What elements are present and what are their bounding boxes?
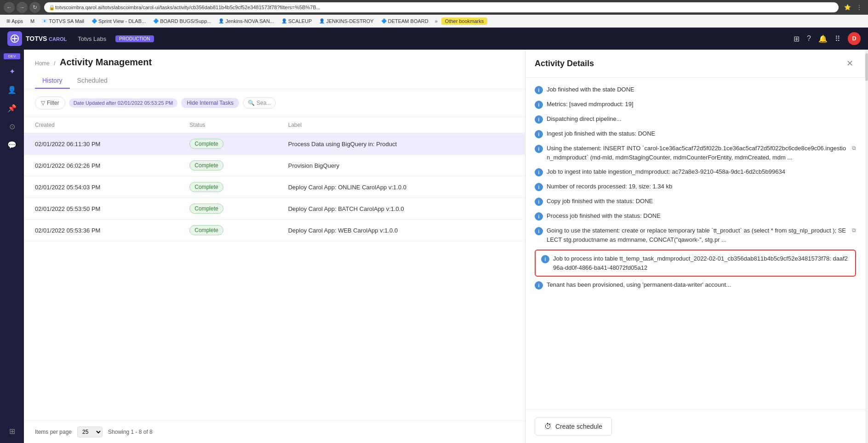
search-input-container[interactable]: 🔍 Sea... [243,97,276,108]
cell-created: 02/01/2022 05:53:50 PM [24,198,178,220]
bookmark-scaleup-label: SCALEUP [288,18,312,24]
col-label: Label [277,117,525,133]
org-name: Totvs Labs [78,35,106,42]
other-bookmarks[interactable]: Other bookmarks [441,17,487,25]
date-filter-text: Date Updated after 02/01/2022 05:53:25 P… [74,100,173,106]
sidebar-item-connections[interactable]: ✦ [4,63,20,80]
detail-item: i Process job finished with the status: … [535,211,856,221]
table-container: Created Status Label 02/01/2022 06:11:30… [24,117,525,420]
main-layout: DEV ✦ 👤 📌 ⊙ 💬 ⊞ Home / Activity Manageme… [0,50,868,443]
user-avatar[interactable]: D [848,32,861,45]
bookmark-jenkins-destroy-label: JENKINS-DESTROY [326,18,373,24]
tab-scheduled[interactable]: Scheduled [70,73,115,89]
sidebar-item-tasks[interactable]: 📌 [4,100,20,116]
create-schedule-button[interactable]: ⏱ Create schedule [535,417,612,436]
info-icon: i [535,281,543,290]
bookmark-sprint-label: Sprint View - DLAB... [98,18,146,24]
hide-internal-label: Hide Internal Tasks [187,100,234,106]
logo-text-area: TOTVS CAROL [26,35,67,42]
table-row[interactable]: 02/01/2022 05:53:36 PM Complete Deploy C… [24,220,525,241]
table-row[interactable]: 02/01/2022 06:11:30 PM Complete Process … [24,133,525,155]
app-shell: TOTVS CAROL Totvs Labs PRODUCTION ⊞ ? 🔔 … [0,28,868,443]
top-nav: TOTVS CAROL Totvs Labs PRODUCTION ⊞ ? 🔔 … [0,28,868,50]
bookmark-sprint-view[interactable]: 🔷 Sprint View - DLAB... [89,17,148,25]
forward-button[interactable]: → [17,2,28,13]
browser-actions: ⭐ ⋮ [842,2,864,12]
detail-text: Metrics: [saved mdmproduct: 19] [547,100,856,109]
apps-icon[interactable]: ⠿ [835,34,840,43]
close-details-button[interactable]: ✕ [843,57,856,70]
hide-internal-chip[interactable]: Hide Internal Tasks [181,98,239,108]
breadcrumb-home[interactable]: Home [35,60,50,67]
bookmark-totvs-mail[interactable]: 📧 TOTVS SA Mail [39,17,87,25]
board-bugs-icon: 🔷 [153,18,159,23]
tab-scheduled-label: Scheduled [77,77,108,84]
detail-text: Ingest job finished with the status: DON… [547,129,856,138]
cell-status: Complete [178,220,277,241]
bookmarks-bar: ⊞ Apps M 📧 TOTVS SA Mail 🔷 Sprint View -… [0,15,868,28]
back-button[interactable]: ← [4,2,15,13]
bookmark-apps[interactable]: ⊞ Apps [4,17,26,25]
copy-icon[interactable]: ⧉ [852,226,856,234]
cell-status: Complete [178,155,277,176]
cell-label: Process Data using BigQuery in: Product [277,133,525,155]
cell-created: 02/01/2022 06:11:30 PM [24,133,178,155]
url-bar[interactable]: 🔒 totvscoimbra.qarol.ai/totvslabscoimbra… [44,2,839,12]
notifications-icon[interactable]: 🔔 [818,34,828,43]
detail-text: Using the statement: INSERT INTO `carol-… [547,144,848,162]
info-icon: i [535,227,543,235]
info-icon: i [535,198,543,206]
col-created: Created [24,117,178,133]
sidebar-item-models[interactable]: 👤 [4,81,20,98]
jenkins-destroy-icon: 👤 [319,18,325,23]
date-filter-chip[interactable]: Date Updated after 02/01/2022 05:53:25 P… [69,98,178,108]
per-page-select[interactable]: 25 50 100 [77,426,103,437]
sprint-icon: 🔷 [91,18,97,23]
bookmark-scaleup[interactable]: 👤 SCALEUP [279,17,314,25]
page-header: Home / Activity Management History Sched… [24,50,525,89]
filter-button[interactable]: ▽ Filter [35,97,65,109]
detail-item: i Job to ingest into table ingestion_mdm… [535,167,856,176]
sidebar-item-chat[interactable]: 💬 [4,136,20,153]
main-panel: Home / Activity Management History Sched… [24,50,525,443]
deteam-icon: 🔷 [381,18,387,23]
bookmark-board-bugs[interactable]: 🔷 BOARD BUGS/Supp... [150,17,214,25]
detail-item: i Using the statement: INSERT INTO `caro… [535,144,856,162]
reload-button[interactable]: ↻ [29,2,40,13]
help-icon[interactable]: ? [807,34,811,43]
detail-text: Tenant has been provisioned, using 'perm… [547,280,856,290]
table-row[interactable]: 02/01/2022 05:54:03 PM Complete Deploy C… [24,176,525,198]
bookmarks-overflow[interactable]: » [433,18,440,24]
page-title: Activity Management [60,57,152,67]
logo: TOTVS CAROL [7,31,67,46]
tab-history[interactable]: History [35,73,70,89]
cell-created: 02/01/2022 05:53:36 PM [24,220,178,241]
col-status: Status [178,117,277,133]
bookmark-jenkins-destroy[interactable]: 👤 JENKINS-DESTROY [316,17,376,25]
sidebar-item-grid[interactable]: ⊞ [4,423,20,439]
info-icon: i [535,212,543,221]
table-row[interactable]: 02/01/2022 06:02:26 PM Complete Provisio… [24,155,525,176]
items-per-page-label: Items per page [35,429,72,435]
detail-item: i Ingest job finished with the status: D… [535,129,856,138]
browser-chrome: ← → ↻ 🔒 totvscoimbra.qarol.ai/totvslabsc… [0,0,868,15]
details-footer: ⏱ Create schedule [525,409,865,443]
browser-nav: ← → ↻ [4,2,40,13]
menu-button[interactable]: ⋮ [854,2,864,12]
cell-created: 02/01/2022 06:02:26 PM [24,155,178,176]
detail-item: i Going to use the statement: create or … [535,226,856,244]
extensions-button[interactable]: ⭐ [842,2,852,12]
copy-icon[interactable]: ⧉ [852,144,856,152]
detail-item: i Metrics: [saved mdmproduct: 19] [535,100,856,109]
logo-box [7,31,22,46]
info-icon: i [535,115,543,124]
sidebar-item-circle[interactable]: ⊙ [4,118,20,135]
widgets-icon[interactable]: ⊞ [794,34,799,43]
bookmark-jenkins-nova[interactable]: 👤 Jenkins-NOVA SAN... [216,17,277,25]
detail-text: Dispatching direct pipeline... [547,114,856,124]
table-row[interactable]: 02/01/2022 05:53:50 PM Complete Deploy C… [24,198,525,220]
bookmark-gmail[interactable]: M [28,17,37,25]
details-title: Activity Details [535,59,594,68]
bookmark-deteam[interactable]: 🔷 DETEAM BOARD [378,17,431,25]
mail-icon: 📧 [42,18,47,23]
